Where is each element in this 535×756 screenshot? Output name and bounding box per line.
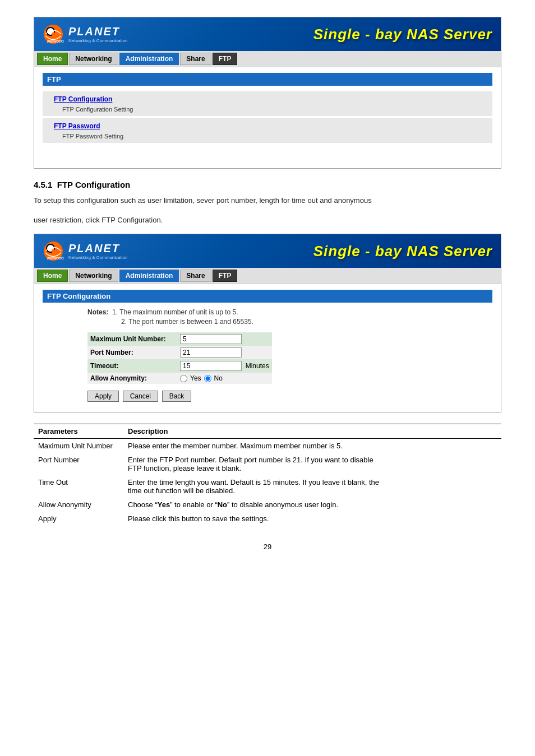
planet-logo-icon: Networking & Communication [43, 24, 64, 45]
nav-networking-2[interactable]: Networking [69, 270, 118, 282]
nav-networking-1[interactable]: Networking [69, 53, 118, 65]
param-name-2: Port Number [34, 453, 123, 475]
section-title: 4.5.1 FTP Configuration [34, 180, 501, 189]
anonymity-label: Allow Anonymity: [87, 373, 177, 384]
params-row-4: Allow Anonymity Choose “Yes” to enable o… [34, 498, 501, 512]
radio-no[interactable] [204, 375, 211, 382]
param-desc-5: Please click this button to save the set… [123, 512, 501, 526]
planet-sub: Networking & Communication [68, 38, 127, 43]
ftp-config-form: Maximum Unit Number: Port Number: Timeou… [87, 332, 272, 384]
back-button[interactable]: Back [162, 391, 192, 402]
panel2-content: FTP Configuration Notes: 1. The maximum … [34, 284, 501, 412]
max-unit-input-cell [177, 332, 272, 346]
section-heading: 4.5.1 FTP Configuration To setup this co… [34, 180, 501, 225]
panel1-header: Networking & Communication PLANET Networ… [34, 17, 501, 51]
section-para1: To setup this configuration such as user… [34, 195, 501, 206]
panel1-content: FTP FTP Configuration FTP Configuration … [34, 67, 501, 168]
nav-administration-2[interactable]: Administration [119, 270, 179, 282]
page-number: 29 [34, 542, 501, 551]
port-input-cell [177, 346, 272, 359]
section-para2: user restriction, click FTP Configuratio… [34, 215, 501, 226]
panel2: Networking & Communication PLANET Networ… [34, 234, 501, 412]
planet-label-2: PLANET [68, 242, 127, 255]
anonymity-radio-group: Yes No [180, 374, 269, 382]
radio-yes[interactable] [180, 375, 187, 382]
param-name-1: Maximum Unit Number [34, 439, 123, 453]
svg-point-3 [52, 33, 55, 36]
anonymity-radio-cell: Yes No [177, 373, 272, 384]
max-unit-label: Maximum Unit Number: [87, 332, 177, 346]
cancel-button[interactable]: Cancel [123, 391, 158, 402]
timeout-label: Timeout: [87, 359, 177, 373]
note-1: Notes: 1. The maximum number of unit is … [87, 308, 481, 316]
param-name-5: Apply [34, 512, 123, 526]
radio-no-label: No [214, 374, 223, 382]
param-desc-3: Enter the time length you want. Default … [123, 475, 501, 498]
panel1-title: Single - bay NAS Server [313, 26, 492, 43]
port-label: Port Number: [87, 346, 177, 359]
max-unit-input[interactable] [180, 334, 242, 344]
panel2-header: Networking & Communication PLANET Networ… [34, 234, 501, 268]
timeout-suffix: Minutes [246, 362, 269, 370]
param-desc-1: Please enter the member number. Maximum … [123, 439, 501, 453]
nav-share-1[interactable]: Share [180, 53, 211, 65]
panel1-section-header: FTP [43, 73, 492, 86]
param-name-3: Time Out [34, 475, 123, 498]
section-number: 4.5.1 [34, 180, 52, 189]
button-row: Apply Cancel Back [87, 391, 492, 402]
nav-administration-1[interactable]: Administration [119, 53, 179, 65]
params-table: Parameters Description Maximum Unit Numb… [34, 424, 501, 526]
nav-share-2[interactable]: Share [180, 270, 211, 282]
param-desc-4: Choose “Yes” to enable or “No” to disabl… [123, 498, 501, 512]
svg-point-8 [52, 249, 55, 253]
ftp-password-sub: FTP Password Setting [43, 132, 492, 141]
planet-logo-icon-2: Networking & Communication [43, 240, 64, 262]
params-col1-header: Parameters [34, 424, 123, 439]
form-row-timeout: Timeout: Minutes [87, 359, 272, 373]
svg-text:Networking & Communication: Networking & Communication [47, 39, 64, 44]
panel2-section-header: FTP Configuration [43, 290, 492, 303]
params-row-2: Port Number Enter the FTP Port number. D… [34, 453, 501, 475]
nav-home-1[interactable]: Home [37, 53, 68, 65]
panel1: Networking & Communication PLANET Networ… [34, 17, 501, 169]
section-name: FTP Configuration [57, 180, 131, 189]
nav-ftp-2[interactable]: FTP [213, 270, 238, 282]
apply-button[interactable]: Apply [87, 391, 119, 402]
form-row-anonymity: Allow Anonymity: Yes No [87, 373, 272, 384]
ftp-notes: Notes: 1. The maximum number of unit is … [87, 308, 481, 326]
params-col2-header: Description [123, 424, 501, 439]
note-2: 2. The port number is between 1 and 6553… [87, 318, 481, 326]
port-input[interactable] [180, 347, 242, 358]
planet-logo: Networking & Communication PLANET Networ… [43, 24, 127, 45]
panel2-title: Single - bay NAS Server [313, 243, 492, 260]
planet-sub-2: Networking & Communication [68, 255, 127, 260]
ftp-config-link[interactable]: FTP Configuration [43, 94, 492, 105]
panel1-nav: Home Networking Administration Share FTP [34, 51, 501, 67]
param-name-4: Allow Anonymity [34, 498, 123, 512]
params-row-3: Time Out Enter the time length you want.… [34, 475, 501, 498]
menu-row-1: FTP Configuration FTP Configuration Sett… [43, 91, 492, 116]
params-row-5: Apply Please click this button to save t… [34, 512, 501, 526]
menu-row-2: FTP Password FTP Password Setting [43, 118, 492, 143]
panel2-nav: Home Networking Administration Share FTP [34, 268, 501, 284]
timeout-input[interactable] [180, 361, 242, 371]
form-row-port: Port Number: [87, 346, 272, 359]
nav-ftp-1[interactable]: FTP [213, 53, 238, 65]
param-desc-2: Enter the FTP Port number. Default port … [123, 453, 501, 475]
radio-yes-label: Yes [190, 374, 201, 382]
ftp-password-link[interactable]: FTP Password [43, 120, 492, 132]
nav-home-2[interactable]: Home [37, 270, 68, 282]
timeout-input-cell: Minutes [177, 359, 272, 373]
ftp-config-sub: FTP Configuration Setting [43, 105, 492, 114]
svg-text:Networking & Communication: Networking & Communication [47, 256, 64, 261]
planet-label: PLANET [68, 25, 127, 38]
form-row-max-unit: Maximum Unit Number: [87, 332, 272, 346]
planet-logo-2: Networking & Communication PLANET Networ… [43, 240, 127, 262]
params-row-1: Maximum Unit Number Please enter the mem… [34, 439, 501, 453]
